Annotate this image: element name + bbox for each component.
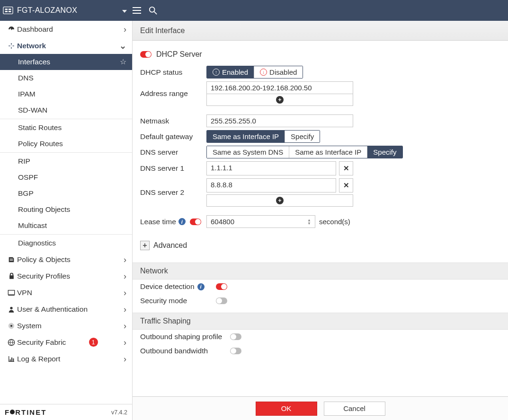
device-detection-label: Device detection <box>140 282 195 291</box>
lease-time-label: Lease time i <box>140 218 206 226</box>
sidebar-item-ipam[interactable]: IPAM <box>0 86 132 102</box>
dns2-label: DNS server 2 <box>140 188 206 197</box>
svg-rect-1 <box>5 9 8 10</box>
address-range-label: Address range <box>140 89 206 98</box>
expand-plus-icon: + <box>140 241 150 250</box>
sidebar-item-diagnostics[interactable]: Diagnostics <box>0 235 132 251</box>
device-name[interactable]: FGT-ALOZANOX <box>17 6 77 15</box>
sidebar-item-user-auth[interactable]: User & Authentication › <box>0 301 132 317</box>
sidebar-item-interfaces[interactable]: Interfaces ☆ <box>0 54 132 70</box>
alert-badge: 1 <box>89 338 98 347</box>
add-dns-button[interactable]: + <box>206 194 353 207</box>
dns-server-label: DNS server <box>140 148 206 157</box>
dns2-remove-button[interactable]: ✕ <box>339 178 353 192</box>
sidebar-item-policy-objects[interactable]: Policy & Objects › <box>0 251 132 268</box>
dhcp-status-disabled[interactable]: ↓ Disabled <box>254 66 303 78</box>
dns2-input[interactable]: 8.8.8.8 <box>206 178 336 192</box>
sidebar-item-network[interactable]: Network ⌄ <box>0 37 132 54</box>
chevron-right-icon: › <box>124 338 126 347</box>
fabric-icon <box>6 339 17 346</box>
ok-button[interactable]: OK <box>256 402 317 416</box>
chevron-down-icon: ⌄ <box>119 42 126 50</box>
address-range-input[interactable]: 192.168.200.20-192.168.200.50 <box>206 81 353 94</box>
sidebar: Dashboard › Network ⌄ Interfaces ☆ DNS I… <box>0 21 133 420</box>
sidebar-item-ospf[interactable]: OSPF <box>0 169 132 185</box>
dhcp-status-segment: ↑ Enabled ↓ Disabled <box>206 66 303 79</box>
star-icon[interactable]: ☆ <box>120 58 126 66</box>
out-bw-toggle[interactable] <box>230 348 241 354</box>
version-label: v7.4.2 <box>111 409 127 416</box>
dhcp-status-label: DHCP status <box>140 68 206 77</box>
plus-icon: + <box>276 96 284 104</box>
dns1-input[interactable]: 1.1.1.1 <box>206 161 336 175</box>
dashboard-icon <box>6 26 17 33</box>
sidebar-item-log-report[interactable]: Log & Report › <box>0 350 132 367</box>
brand-logo: FRTINET <box>5 408 46 416</box>
lease-time-unit: second(s) <box>319 218 350 226</box>
sidebar-item-label: Policy & Objects <box>17 255 71 264</box>
dns1-remove-button[interactable]: ✕ <box>339 161 353 175</box>
dhcp-status-enabled[interactable]: ↑ Enabled <box>207 66 254 78</box>
sidebar-item-sdwan[interactable]: SD-WAN <box>0 102 132 118</box>
svg-point-9 <box>10 306 12 309</box>
device-detection-toggle[interactable] <box>216 283 227 290</box>
svg-line-6 <box>154 12 157 14</box>
sidebar-item-static-routes[interactable]: Static Routes <box>0 120 132 136</box>
sidebar-item-dns[interactable]: DNS <box>0 70 132 86</box>
page-title: Edit Interface <box>133 21 508 41</box>
device-dropdown-icon[interactable] <box>122 7 129 14</box>
netmask-label: Netmask <box>140 117 206 125</box>
menu-toggle-icon[interactable] <box>129 7 145 14</box>
sidebar-item-label: Diagnostics <box>18 239 56 247</box>
sidebar-item-label: Routing Objects <box>18 205 70 214</box>
sidebar-item-label: VPN <box>17 289 32 297</box>
out-profile-label: Outbound shaping profile <box>140 332 225 341</box>
chevron-right-icon: › <box>124 25 126 34</box>
dhcp-server-toggle[interactable] <box>140 51 152 58</box>
dns-same-interface[interactable]: Same as Interface IP <box>289 146 367 158</box>
dhcp-server-title: DHCP Server <box>156 50 202 59</box>
sidebar-item-rip[interactable]: RIP <box>0 153 132 169</box>
sidebar-item-label: Multicast <box>18 221 47 230</box>
sidebar-item-dashboard[interactable]: Dashboard › <box>0 21 132 37</box>
sidebar-item-security-fabric[interactable]: Security Fabric 1 › <box>0 334 132 350</box>
out-bw-label: Outbound bandwidth <box>140 347 225 355</box>
netmask-input[interactable]: 255.255.255.0 <box>206 114 353 127</box>
sidebar-item-label: System <box>17 322 42 330</box>
user-icon <box>6 306 17 313</box>
advanced-expander[interactable]: + Advanced <box>133 233 508 258</box>
sidebar-item-label: DNS <box>18 74 34 82</box>
sidebar-item-policy-routes[interactable]: Policy Routes <box>0 136 132 152</box>
dns-specify[interactable]: Specify <box>367 146 402 158</box>
svg-rect-3 <box>5 11 8 12</box>
dns1-label: DNS server 1 <box>140 164 206 173</box>
search-icon[interactable] <box>145 6 161 15</box>
vpn-icon <box>6 289 17 296</box>
sidebar-item-routing-objects[interactable]: Routing Objects <box>0 201 132 218</box>
sidebar-item-vpn[interactable]: VPN › <box>0 284 132 301</box>
add-address-range-button[interactable]: + <box>206 94 353 106</box>
gateway-specify[interactable]: Specify <box>285 131 320 142</box>
sidebar-item-security-profiles[interactable]: Security Profiles › <box>0 268 132 284</box>
chevron-right-icon: › <box>124 305 126 314</box>
svg-rect-2 <box>9 9 11 10</box>
plus-icon: + <box>276 197 284 204</box>
lease-time-toggle[interactable] <box>190 219 201 225</box>
lease-time-input[interactable]: 604800 ▲▼ <box>206 215 315 228</box>
sidebar-item-bgp[interactable]: BGP <box>0 185 132 201</box>
gateway-same-interface[interactable]: Same as Interface IP <box>207 131 285 142</box>
out-profile-toggle[interactable] <box>230 333 241 340</box>
dns-same-system[interactable]: Same as System DNS <box>207 146 289 158</box>
svg-rect-0 <box>3 7 13 14</box>
security-mode-toggle[interactable] <box>216 298 227 304</box>
cancel-button[interactable]: Cancel <box>324 402 385 416</box>
policy-icon <box>6 256 17 263</box>
sidebar-item-system[interactable]: System › <box>0 317 132 334</box>
page-footer: OK Cancel <box>133 396 508 420</box>
info-icon[interactable]: i <box>178 218 186 225</box>
spinner-arrows-icon[interactable]: ▲▼ <box>307 219 311 225</box>
info-icon[interactable]: i <box>197 283 205 290</box>
sidebar-item-multicast[interactable]: Multicast <box>0 218 132 234</box>
chevron-right-icon: › <box>124 322 126 330</box>
svg-rect-7 <box>8 290 14 294</box>
